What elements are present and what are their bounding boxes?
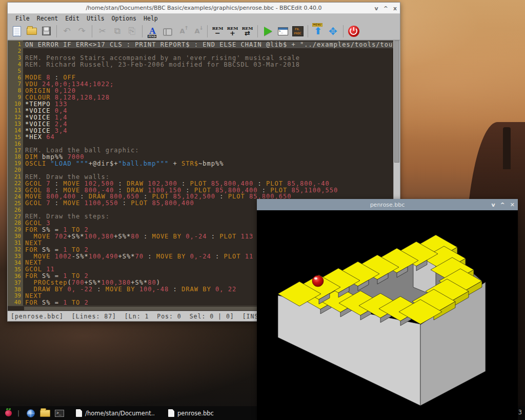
vertical-scrollbar-thumb[interactable] <box>394 41 399 163</box>
task-button-label: penrose.bbc <box>177 410 214 417</box>
menu-help[interactable]: Help <box>140 15 161 22</box>
code-line: ON ERROR IF ERR<>17 CLS : PRINT REPORT$ … <box>23 42 393 48</box>
new-file-button[interactable] <box>10 24 24 38</box>
line-number-gutter: 1234567891011121314151617181920212223242… <box>8 41 23 306</box>
penrose-close-button[interactable]: ✕ <box>510 202 515 208</box>
folder-icon <box>40 410 50 417</box>
undo-icon: ↶ <box>63 27 70 35</box>
penrose-titlebar[interactable]: penrose.bbc v ^ ✕ <box>257 199 518 210</box>
search-up-icon: A↑ <box>179 27 185 35</box>
terminal-icon <box>55 410 64 417</box>
code-line: *HEX 64 <box>23 134 393 141</box>
penrose-maximize-button[interactable]: ^ <box>500 202 505 208</box>
search-up-button[interactable]: A↑ <box>175 24 189 38</box>
move-cross-icon: ✥ <box>329 26 337 36</box>
rem-toggle-icon: REM⇄ <box>242 26 253 36</box>
penrose-title: penrose.bbc <box>370 202 405 208</box>
save-button[interactable] <box>39 24 53 38</box>
copy-icon: ⧉ <box>114 27 120 35</box>
redo-icon: ↷ <box>78 27 85 35</box>
code-line <box>23 167 393 174</box>
code-line: GCOL 8 : MOVE 800,-40 : DRAW 1100,150 : … <box>23 187 393 194</box>
code-line: REM. Richard Russell, 23-Feb-2006 modifi… <box>23 62 393 68</box>
run-button[interactable] <box>261 24 275 38</box>
document-icon <box>76 409 82 417</box>
code-line <box>23 48 393 55</box>
fn-proc-button[interactable]: FN.PROC <box>291 24 305 38</box>
new-file-icon <box>13 26 21 36</box>
comment-button[interactable]: REM+ <box>226 24 239 38</box>
clock: 3 <box>518 409 522 416</box>
editor-titlebar[interactable]: /home/stan/Documents/BBC Basic/examples/… <box>8 3 400 14</box>
uncomment-button[interactable]: REM− <box>211 24 225 38</box>
penrose-shade-button[interactable]: v <box>491 202 495 208</box>
search-down-button[interactable]: A↓ <box>190 24 204 38</box>
menu-file[interactable]: File <box>12 15 33 22</box>
code-line: OSCLI "LOAD """+@dir$+"ball.bmp""" + STR… <box>23 161 393 167</box>
menu-edit[interactable]: Edit <box>62 15 83 22</box>
open-folder-icon <box>27 28 37 35</box>
code-line: MODE 8 : OFF <box>23 74 393 81</box>
code-line <box>23 141 393 147</box>
shade-button[interactable]: v <box>375 5 378 12</box>
taskbar-separator: | <box>17 410 19 417</box>
rem-minus-icon: REM− <box>212 26 224 36</box>
code-line <box>23 68 393 75</box>
fn-proc-icon: FN.PROC <box>292 26 304 36</box>
terminal-launcher[interactable] <box>53 407 66 419</box>
rem-plus-icon: REM+ <box>227 26 238 36</box>
undo-button[interactable]: ↶ <box>60 24 74 38</box>
editor-title: /home/stan/Documents/BBC Basic/examples/… <box>86 5 322 11</box>
open-file-button[interactable] <box>25 24 38 38</box>
task-button-penrose[interactable]: penrose.bbc <box>165 408 217 418</box>
find-icon: AFIND <box>149 26 155 36</box>
penrose-window: penrose.bbc v ^ ✕ <box>257 199 518 420</box>
find-next-button[interactable] <box>160 24 174 38</box>
menubar: File Recent Edit Utils Options Help <box>8 14 400 23</box>
menu-jump-button[interactable]: MENU⬆ <box>311 24 325 38</box>
console-button[interactable] <box>276 24 290 38</box>
task-button-label: /home/stan/Document.. <box>85 410 155 417</box>
terminal-icon <box>278 27 288 35</box>
maximize-button[interactable]: ^ <box>383 5 388 12</box>
menu-options[interactable]: Options <box>108 15 140 22</box>
code-line: GCOL 7 : MOVE 102,500 : DRAW 102,300 : P… <box>23 181 393 187</box>
cut-button[interactable]: ✂ <box>95 24 109 38</box>
task-button-editor[interactable]: /home/stan/Document.. <box>73 408 158 418</box>
code-line: ORIGIN 0,120 <box>23 88 393 94</box>
code-line: VDU 24,0;0;1344;1022; <box>23 81 393 88</box>
toggle-comment-button[interactable]: REM⇄ <box>240 24 254 38</box>
file-manager-launcher[interactable] <box>39 407 51 419</box>
code-line: *VOICE 1,4 <box>23 114 393 121</box>
code-line: REM. Load the ball graphic: <box>23 147 393 154</box>
code-line: *VOICE 0,4 <box>23 108 393 114</box>
tower-silhouette <box>503 127 511 169</box>
code-line: DIM bmp%% 7000 <box>23 154 393 161</box>
paste-button[interactable]: ⎘ <box>125 24 139 38</box>
menu-recent[interactable]: Recent <box>33 15 62 22</box>
code-line: COLOUR 8,128,128,128 <box>23 94 393 101</box>
run-icon <box>264 27 272 36</box>
cut-icon: ✂ <box>98 27 106 35</box>
paste-icon: ⎘ <box>129 27 136 35</box>
code-line: *VOICE 3,4 <box>23 128 393 134</box>
navigate-button[interactable]: ✥ <box>326 24 340 38</box>
find-button[interactable]: AFIND <box>146 24 159 38</box>
power-icon <box>348 26 359 37</box>
penrose-stairs-render <box>257 210 518 420</box>
save-icon <box>42 27 51 35</box>
app-menu-button[interactable] <box>2 407 14 419</box>
menu-utils[interactable]: Utils <box>83 15 108 22</box>
copy-button[interactable]: ⧉ <box>110 24 124 38</box>
menu-up-icon: MENU⬆ <box>314 26 322 36</box>
code-line: *VOICE 2,4 <box>23 121 393 128</box>
redo-button[interactable]: ↷ <box>75 24 89 38</box>
code-line: *TEMPO 133 <box>23 101 393 108</box>
globe-icon <box>27 409 35 417</box>
document-icon <box>168 409 174 417</box>
quit-button[interactable] <box>347 24 360 38</box>
code-line: REM. Draw the walls: <box>23 174 393 181</box>
close-button[interactable]: x <box>393 5 397 12</box>
browser-launcher[interactable] <box>25 407 37 419</box>
code-line: REM. Penrose Stairs accompanied by an 'e… <box>23 55 393 62</box>
